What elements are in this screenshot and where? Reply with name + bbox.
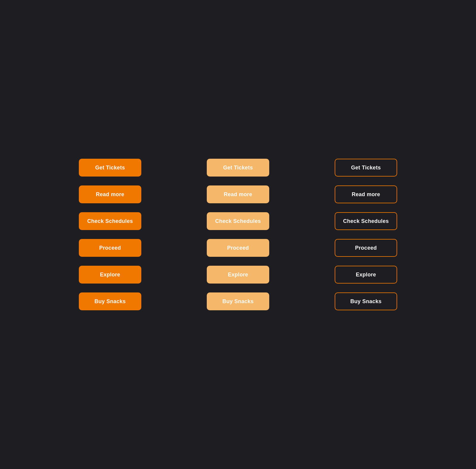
- get-tickets-button-1[interactable]: Get Tickets: [79, 159, 141, 177]
- proceed-button-2[interactable]: Proceed: [207, 239, 269, 257]
- proceed-button-3[interactable]: Proceed: [335, 239, 397, 257]
- read-more-button-3[interactable]: Read more: [335, 185, 397, 203]
- buy-snacks-button-1[interactable]: Buy Snacks: [79, 292, 141, 310]
- check-schedules-button-1[interactable]: Check Schedules: [79, 212, 141, 230]
- buy-snacks-button-3[interactable]: Buy Snacks: [335, 292, 397, 310]
- read-more-button-1[interactable]: Read more: [79, 185, 141, 203]
- get-tickets-button-2[interactable]: Get Tickets: [207, 159, 269, 177]
- buy-snacks-button-2[interactable]: Buy Snacks: [207, 292, 269, 310]
- proceed-button-1[interactable]: Proceed: [79, 239, 141, 257]
- button-grid: Get TicketsGet TicketsGet TicketsRead mo…: [61, 141, 415, 328]
- get-tickets-button-3[interactable]: Get Tickets: [335, 159, 397, 177]
- explore-button-2[interactable]: Explore: [207, 266, 269, 284]
- read-more-button-2[interactable]: Read more: [207, 185, 269, 203]
- check-schedules-button-3[interactable]: Check Schedules: [335, 212, 397, 230]
- explore-button-3[interactable]: Explore: [335, 266, 397, 284]
- check-schedules-button-2[interactable]: Check Schedules: [207, 212, 269, 230]
- explore-button-1[interactable]: Explore: [79, 266, 141, 284]
